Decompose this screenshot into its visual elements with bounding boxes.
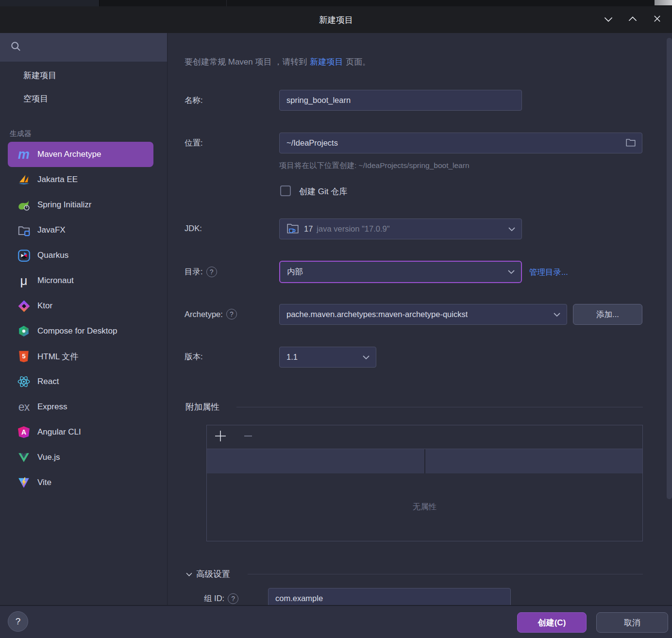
properties-toolbar [207, 425, 642, 449]
search-field[interactable] [0, 33, 167, 62]
location-label: 位置: [185, 138, 203, 149]
sidebar-item-quarkus[interactable]: Quarkus [0, 243, 167, 268]
javafx-icon [17, 223, 31, 237]
generators-section-label: 生成器 [10, 129, 32, 138]
add-archetype-button[interactable]: 添加... [573, 304, 642, 325]
help-button[interactable]: ? [8, 611, 28, 632]
dialog-title: 新建项目 [0, 14, 672, 26]
dialog-titlebar: 新建项目 [0, 6, 672, 33]
sidebar-item-micronaut[interactable]: μ Micronaut [0, 268, 167, 293]
properties-table: 无属性 [206, 425, 643, 541]
catalog-dropdown[interactable]: 内部 [279, 261, 522, 283]
react-icon [17, 374, 31, 389]
jdk-detail: java version "17.0.9" [317, 224, 389, 234]
window-controls [596, 6, 669, 33]
chevron-down-icon [553, 310, 561, 319]
html5-icon: 5 [17, 349, 31, 364]
micronaut-icon: μ [17, 273, 31, 288]
chevron-down-icon [507, 268, 515, 277]
sidebar-item-empty-project[interactable]: 空项目 [0, 87, 167, 111]
svg-text:A: A [21, 428, 26, 436]
minimize-button[interactable] [596, 6, 621, 33]
angular-icon: A [17, 425, 31, 439]
archetype-dropdown[interactable]: pache.maven.archetypes:maven-archetype-q… [279, 304, 567, 325]
sidebar-item-ktor[interactable]: Ktor [0, 293, 167, 319]
chevron-down-icon [362, 353, 370, 362]
search-icon [10, 41, 21, 54]
close-icon [653, 15, 661, 25]
compose-icon [17, 324, 31, 338]
scrollbar[interactable] [667, 38, 672, 499]
banner-new-project-link[interactable]: 新建项目 [310, 57, 343, 67]
sidebar-item-compose-for-desktop[interactable]: Compose for Desktop [0, 319, 167, 344]
folder-icon[interactable] [625, 137, 636, 149]
sidebar-item-express[interactable]: ex Express [0, 394, 167, 420]
sidebar: 新建项目 空项目 生成器 m Maven Archetype Jakarta E… [0, 33, 168, 605]
sidebar-item-javafx[interactable]: JavaFX [0, 218, 167, 243]
divider [236, 407, 643, 407]
spring-icon [17, 198, 31, 212]
version-dropdown[interactable]: 1.1 [279, 347, 376, 368]
sidebar-item-vite[interactable]: Vite [0, 470, 167, 495]
quarkus-icon [17, 248, 31, 263]
collapse-chevron-icon[interactable] [185, 570, 193, 579]
sidebar-item-jakarta-ee[interactable]: Jakarta EE [0, 167, 167, 192]
version-label: 版本: [185, 352, 203, 362]
maximize-button[interactable] [621, 6, 645, 33]
maven-icon: m [17, 147, 31, 162]
catalog-label: 目录: ? [185, 267, 217, 277]
table-header-cell[interactable] [207, 449, 425, 473]
banner: 要创建常规 Maven 项目 ，请转到新建项目页面。 [185, 56, 370, 67]
location-input[interactable]: ~/IdeaProjects [279, 133, 642, 153]
divider [226, 0, 227, 6]
sidebar-item-react[interactable]: React [0, 369, 167, 394]
jakarta-ee-icon [17, 172, 31, 187]
new-project-dialog: 新建项目 新 [0, 0, 672, 638]
remove-property-icon[interactable] [243, 431, 253, 443]
git-checkbox[interactable] [280, 185, 291, 196]
manage-catalogs-link[interactable]: 管理目录... [529, 267, 568, 278]
svg-text:5: 5 [22, 353, 25, 360]
sidebar-item-new-project[interactable]: 新建项目 [0, 64, 167, 87]
name-label: 名称: [185, 95, 203, 106]
banner-suffix: 页面。 [346, 57, 370, 67]
git-checkbox-label: 创建 Git 仓库 [299, 186, 347, 197]
sidebar-item-html-file[interactable]: 5 HTML 文件 [0, 344, 167, 369]
background-window-corner [655, 0, 672, 5]
properties-section-title: 附加属性 [185, 401, 219, 413]
properties-empty-text: 无属性 [207, 473, 642, 540]
divider [248, 574, 643, 574]
add-property-icon[interactable] [215, 430, 226, 444]
vite-icon [17, 475, 31, 490]
name-input[interactable] [279, 90, 522, 111]
jdk-dropdown[interactable]: 17 java version "17.0.9" [279, 218, 522, 239]
cancel-button[interactable]: 取消 [596, 612, 668, 633]
sidebar-top-items: 新建项目 空项目 [0, 64, 167, 111]
sidebar-item-maven-archetype[interactable]: m Maven Archetype [8, 142, 153, 167]
chevron-up-icon [628, 16, 638, 24]
properties-table-header [207, 449, 642, 473]
vue-icon [17, 450, 31, 465]
archetype-label: Archetype: ? [185, 309, 237, 319]
jdk-version: 17 [304, 224, 313, 234]
group-id-label: 组 ID: ? [204, 593, 238, 604]
help-icon[interactable]: ? [228, 593, 238, 604]
dialog-footer: ? 创建(C) 取消 [0, 605, 672, 638]
sidebar-item-angular-cli[interactable]: A Angular CLI [0, 420, 167, 445]
chevron-down-icon [508, 224, 516, 234]
sidebar-item-vuejs[interactable]: Vue.js [0, 445, 167, 470]
background-window-strip [0, 0, 672, 6]
jdk-label: JDK: [185, 224, 202, 233]
help-icon[interactable]: ? [206, 267, 217, 277]
help-icon[interactable]: ? [226, 309, 237, 319]
close-button[interactable] [645, 6, 669, 33]
ktor-icon [17, 299, 31, 313]
create-button[interactable]: 创建(C) [517, 612, 587, 633]
banner-prefix: 要创建常规 Maven 项目 ，请转到 [185, 57, 307, 67]
background-window-tab [0, 0, 100, 6]
sidebar-item-spring-initializr[interactable]: Spring Initializr [0, 192, 167, 218]
jdk-folder-icon [286, 222, 299, 236]
advanced-section-title[interactable]: 高级设置 [196, 568, 230, 580]
express-icon: ex [17, 400, 31, 414]
table-header-cell[interactable] [425, 449, 643, 473]
